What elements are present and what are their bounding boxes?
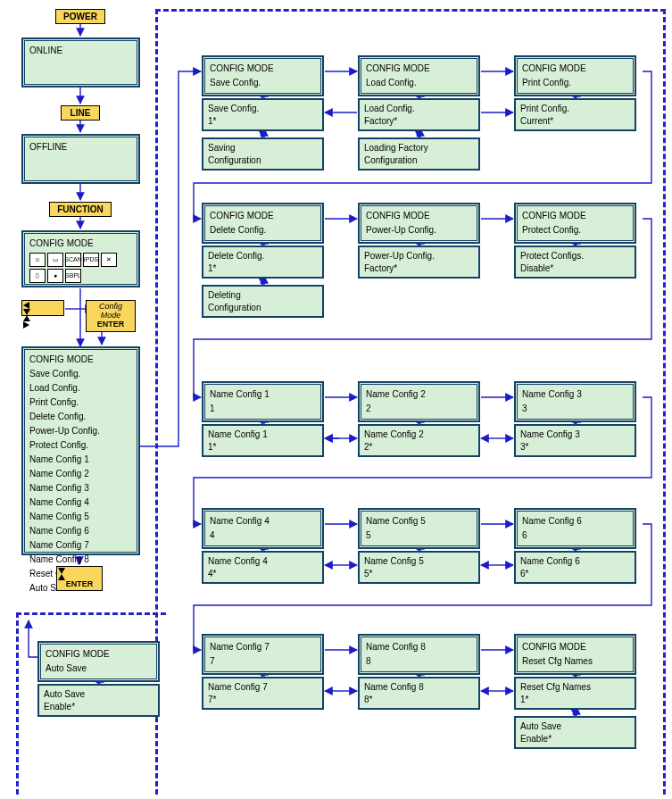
enter-button[interactable]: ENTER xyxy=(56,566,103,591)
name-config-8-screen: Name Config 88 xyxy=(358,634,480,675)
name-config-3-param: Name Config 33* xyxy=(514,424,636,457)
name-config-1-param: Name Config 11* xyxy=(202,424,324,457)
up-icon xyxy=(23,315,30,321)
autosave-screen: CONFIG MODEAuto Save xyxy=(37,641,160,682)
protect-config-param: Protect Configs.Disable* xyxy=(514,246,636,279)
load-config-screen: CONFIG MODELoad Config. xyxy=(358,55,480,96)
protect-config-screen: CONFIG MODEProtect Config. xyxy=(514,203,636,244)
save-config-screen: CONFIG MODESave Config. xyxy=(202,55,324,96)
print-config-param: Print Config.Current* xyxy=(514,98,636,131)
name-config-8-param: Name Config 88* xyxy=(358,677,480,710)
deleting-status: DeletingConfiguration xyxy=(202,285,324,318)
powerup-config-screen: CONFIG MODEPower-Up Config. xyxy=(358,203,480,244)
menu-load: Load Config. xyxy=(29,383,80,393)
line-button[interactable]: LINE xyxy=(61,105,100,121)
menu-delete: Delete Config. xyxy=(29,412,86,421)
reset-cfg-param: Reset Cfg Names1* xyxy=(514,677,636,710)
menu-protect: Protect Config. xyxy=(29,440,88,450)
up-icon xyxy=(58,574,65,580)
powerup-config-param: Power-Up Config.Factory* xyxy=(358,246,480,279)
config-menu-title: CONFIG MODE xyxy=(29,354,94,364)
function-button[interactable]: FUNCTION xyxy=(49,202,112,217)
power-button[interactable]: POWER xyxy=(55,9,105,24)
name-config-2-screen: Name Config 22 xyxy=(358,381,480,422)
name-config-5-screen: Name Config 55 xyxy=(358,508,480,549)
save-config-param: Save Config.1* xyxy=(202,98,324,131)
auto-save-tail: Auto SaveEnable* xyxy=(514,716,636,749)
menu-nc7: Name Config 7 xyxy=(29,540,89,550)
menu-nc2: Name Config 2 xyxy=(29,469,89,479)
delete-config-screen: CONFIG MODEDelete Config. xyxy=(202,203,324,244)
name-config-7-screen: Name Config 77 xyxy=(202,634,324,675)
menu-print: Print Config. xyxy=(29,397,79,407)
menu-nc6: Name Config 6 xyxy=(29,526,89,536)
menu-nc3: Name Config 3 xyxy=(29,483,89,493)
offline-screen: OFFLINE xyxy=(21,134,140,184)
name-config-5-param: Name Config 55* xyxy=(358,551,480,584)
saving-status: SavingConfiguration xyxy=(202,137,324,171)
autosave-param: Auto SaveEnable* xyxy=(37,684,160,717)
menu-nc8: Name Config 8 xyxy=(29,554,89,564)
menu-nc1: Name Config 1 xyxy=(29,454,89,464)
menu-save: Save Config. xyxy=(29,369,80,379)
print-config-screen: CONFIG MODEPrint Config. xyxy=(514,55,636,96)
down-icon xyxy=(58,568,65,574)
online-screen: ONLINE xyxy=(21,37,140,87)
scan-icon: SCAN xyxy=(65,253,81,267)
icon-row: ☺ ▭ SCAN IPDS ✕ ▯ ● SBPL xyxy=(29,253,132,283)
left-icon xyxy=(23,302,29,309)
config-mode-title: CONFIG MODE xyxy=(29,238,94,248)
box-icon: ▭ xyxy=(47,253,63,267)
config-mode-label: Config Mode xyxy=(90,303,131,320)
enter-label2: ENTER xyxy=(58,580,101,589)
config-mode-enter-button[interactable]: Config Mode ENTER xyxy=(86,300,136,332)
name-config-3-screen: Name Config 33 xyxy=(514,381,636,422)
config-menu-screen: CONFIG MODE Save Config. Load Config. Pr… xyxy=(21,346,140,555)
ipds-icon: IPDS xyxy=(83,253,99,267)
led-icon: ● xyxy=(47,269,63,283)
nav-lrud-button[interactable] xyxy=(21,300,64,316)
menu-nc4: Name Config 4 xyxy=(29,497,89,507)
enter-label: ENTER xyxy=(90,320,131,329)
name-config-2-param: Name Config 22* xyxy=(358,424,480,457)
config-mode-icons-screen: CONFIG MODE ☺ ▭ SCAN IPDS ✕ ▯ ● SBPL xyxy=(21,230,140,287)
loading-status: Loading FactoryConfiguration xyxy=(358,137,480,171)
name-config-4-param: Name Config 44* xyxy=(202,551,324,584)
delete-config-param: Delete Config.1* xyxy=(202,246,324,279)
menu-nc5: Name Config 5 xyxy=(29,512,89,521)
down-icon xyxy=(23,309,30,315)
doc-icon: ▯ xyxy=(29,269,46,283)
tool-icon: ✕ xyxy=(101,253,117,267)
face-icon: ☺ xyxy=(29,253,46,267)
load-config-param: Load Config.Factory* xyxy=(358,98,480,131)
name-config-7-param: Name Config 77* xyxy=(202,677,324,710)
reset-cfg-screen: CONFIG MODEReset Cfg Names xyxy=(514,634,636,675)
right-icon xyxy=(23,321,29,329)
menu-powerup: Power-Up Config. xyxy=(29,426,100,436)
name-config-6-param: Name Config 66* xyxy=(514,551,636,584)
sbpl-icon: SBPL xyxy=(65,269,81,283)
name-config-6-screen: Name Config 66 xyxy=(514,508,636,549)
name-config-4-screen: Name Config 44 xyxy=(202,508,324,549)
name-config-1-screen: Name Config 11 xyxy=(202,381,324,422)
